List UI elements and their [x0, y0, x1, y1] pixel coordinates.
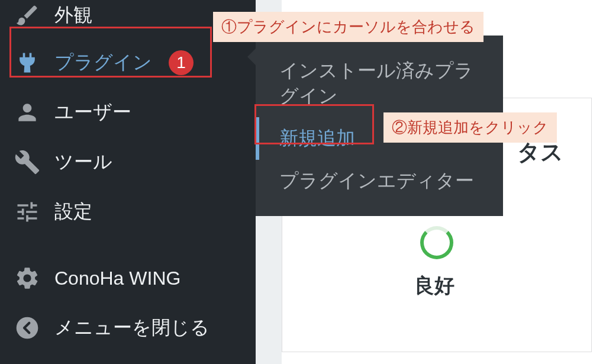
submenu-item-plugin-editor[interactable]: プラグインエディター	[256, 160, 503, 202]
plug-icon	[14, 50, 40, 76]
sidebar-item-collapse[interactable]: メニューを閉じる	[0, 303, 256, 353]
sidebar-item-tools[interactable]: ツール	[0, 137, 256, 187]
svg-point-0	[17, 317, 38, 339]
sidebar-item-conoha-wing[interactable]: ConoHa WING	[0, 253, 256, 303]
admin-sidebar: 外観 プラグイン 1 ユーザー ツール 設定 ConoHa WING	[0, 0, 256, 364]
sidebar-item-plugins[interactable]: プラグイン 1	[0, 38, 256, 88]
sidebar-item-label: ユーザー	[54, 99, 131, 125]
sidebar-item-users[interactable]: ユーザー	[0, 88, 256, 137]
site-health-status-label: 良好	[414, 272, 454, 299]
sidebar-item-settings[interactable]: 設定	[0, 187, 256, 237]
gear-icon	[14, 265, 40, 291]
update-count-badge: 1	[169, 50, 194, 75]
sliders-icon	[14, 199, 40, 225]
wrench-icon	[14, 149, 40, 175]
user-icon	[14, 99, 40, 125]
sidebar-item-label: プラグイン	[54, 50, 152, 76]
sidebar-item-label: ツール	[54, 149, 112, 175]
loading-spinner-icon	[420, 226, 453, 259]
sidebar-item-label: ConoHa WING	[54, 268, 180, 289]
sidebar-item-label: 設定	[54, 199, 92, 225]
collapse-arrow-icon	[14, 315, 40, 341]
sidebar-item-label: 外観	[54, 2, 92, 28]
menu-separator	[0, 237, 256, 253]
annotation-step-2: ②新規追加をクリック	[383, 112, 557, 143]
brush-icon	[14, 2, 40, 28]
submenu-item-installed-plugins[interactable]: インストール済みプラグイン	[256, 50, 503, 117]
annotation-step-1: ①プラグインにカーソルを合わせる	[213, 12, 483, 42]
sidebar-item-label: メニューを閉じる	[54, 315, 209, 341]
